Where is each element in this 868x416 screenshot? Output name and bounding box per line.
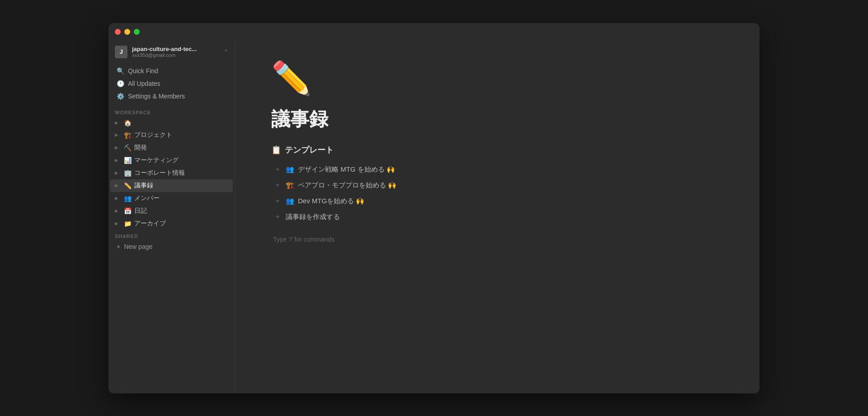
chevron-right-icon: ▶ — [115, 132, 121, 137]
workspace-label: WORKSPACE — [108, 104, 235, 117]
shared-label: SHARED — [108, 230, 235, 240]
chevron-right-icon: ▶ — [115, 208, 121, 213]
gear-icon: ⚙️ — [117, 93, 124, 100]
template-item-3[interactable]: + 👥 Dev MTGを始める 🙌 — [271, 193, 723, 209]
template-section: 📋 テンプレート + 👥 デザイン戦略 MTG を始める 🙌 + 🏗️ ペアプロ… — [271, 145, 723, 225]
sidebar-item-label: メンバー — [134, 194, 160, 202]
plus-icon: + — [273, 165, 282, 173]
sidebar-item-label: プロジェクト — [134, 131, 172, 139]
account-switcher[interactable]: J japan-culture-and-tec... xxx35d@gmail.… — [108, 41, 235, 63]
sidebar-nav: 🔍 Quick Find 🕐 All Updates ⚙️ Settings &… — [108, 63, 235, 104]
project-icon: 🏗️ — [124, 131, 132, 139]
app-window: J japan-culture-and-tec... xxx35d@gmail.… — [108, 23, 760, 393]
sidebar-item-label: 日記 — [134, 207, 147, 215]
sidebar-item-label: アーカイブ — [134, 220, 166, 228]
account-name: japan-culture-and-tec... — [132, 46, 219, 52]
sidebar-item-all-updates[interactable]: 🕐 All Updates — [110, 77, 233, 90]
template-item-4[interactable]: + 議事録を作成する — [271, 209, 723, 225]
chevron-right-icon: ▶ — [115, 158, 121, 163]
sidebar: J japan-culture-and-tec... xxx35d@gmail.… — [108, 41, 235, 393]
sidebar-item-diary[interactable]: ▶ 📅 日記 — [110, 205, 233, 217]
chevron-right-icon: ▶ — [115, 170, 121, 175]
page-title: 議事録 — [271, 107, 723, 132]
plus-icon: + — [117, 243, 120, 250]
sidebar-item-members[interactable]: ▶ 👥 メンバー — [110, 192, 233, 205]
sidebar-item-label: All Updates — [128, 80, 160, 87]
sidebar-item-label: マーケティング — [134, 156, 179, 164]
main-content: ✏️ 議事録 📋 テンプレート + 👥 デザイン戦略 MTG を始める 🙌 + … — [235, 41, 760, 393]
minutes-icon: ✏️ — [124, 182, 132, 189]
sidebar-item-label: コーポレート情報 — [134, 169, 185, 177]
new-page-button[interactable]: + New page — [110, 240, 233, 253]
sidebar-item-dev[interactable]: ▶ ⛏️ 開発 — [110, 141, 233, 154]
chevron-right-icon: ▶ — [115, 196, 121, 201]
chevron-right-icon: ▶ — [115, 145, 121, 150]
template-item-label: Dev MTGを始める 🙌 — [298, 197, 364, 206]
template-item-1[interactable]: + 👥 デザイン戦略 MTG を始める 🙌 — [271, 162, 723, 178]
search-icon: 🔍 — [117, 67, 124, 75]
template-item-label: ペアプロ・モブプロを始める 🙌 — [298, 181, 396, 190]
clock-icon: 🕐 — [117, 80, 124, 87]
sidebar-item-project[interactable]: ▶ 🏗️ プロジェクト — [110, 129, 233, 141]
archive-icon: 📁 — [124, 220, 132, 227]
members-icon: 👥 — [124, 195, 132, 202]
template-item-label: デザイン戦略 MTG を始める 🙌 — [298, 165, 395, 174]
new-page-label: New page — [124, 243, 152, 250]
hint-text: Type '/' for commands — [271, 234, 723, 245]
app-body: J japan-culture-and-tec... xxx35d@gmail.… — [108, 41, 760, 393]
sidebar-item-home[interactable]: ▶ 🏠 — [110, 117, 233, 129]
traffic-lights — [115, 29, 140, 35]
sidebar-item-label: Settings & Members — [128, 93, 185, 100]
sidebar-item-minutes[interactable]: ▶ ✏️ 議事録 — [110, 179, 233, 192]
plus-icon: + — [273, 213, 282, 221]
sidebar-item-label: Quick Find — [128, 67, 158, 75]
marketing-icon: 📊 — [124, 157, 132, 164]
diary-icon: 📅 — [124, 207, 132, 215]
home-icon: 🏠 — [124, 119, 132, 126]
sidebar-tree: ▶ 🏠 ▶ 🏗️ プロジェクト ▶ ⛏️ 開発 ▶ 📊 マーケティング — [108, 117, 235, 230]
plus-icon: + — [273, 197, 282, 205]
sidebar-item-marketing[interactable]: ▶ 📊 マーケティング — [110, 154, 233, 167]
template-item-icon: 🏗️ — [286, 181, 294, 189]
template-header: 📋 テンプレート — [271, 145, 723, 155]
sidebar-item-settings[interactable]: ⚙️ Settings & Members — [110, 90, 233, 103]
close-button[interactable] — [115, 29, 121, 35]
maximize-button[interactable] — [134, 29, 140, 35]
template-item-2[interactable]: + 🏗️ ペアプロ・モブプロを始める 🙌 — [271, 178, 723, 193]
sidebar-item-archive[interactable]: ▶ 📁 アーカイブ — [110, 217, 233, 230]
page-emoji: ✏️ — [271, 59, 723, 98]
chevron-icon: ⌃ — [224, 49, 228, 55]
minimize-button[interactable] — [124, 29, 130, 35]
chevron-right-icon: ▶ — [115, 183, 121, 188]
dev-icon: ⛏️ — [124, 144, 132, 151]
template-item-label: 議事録を作成する — [286, 213, 340, 221]
template-icon: 📋 — [271, 145, 281, 155]
sidebar-item-corporate[interactable]: ▶ 🏢 コーポレート情報 — [110, 167, 233, 179]
titlebar — [108, 23, 760, 41]
plus-icon: + — [273, 181, 282, 189]
account-email: xxx35d@gmail.com — [132, 52, 219, 58]
chevron-right-icon: ▶ — [115, 120, 121, 125]
sidebar-item-label: 開発 — [134, 144, 147, 152]
avatar: J — [115, 46, 127, 58]
sidebar-item-label: 議事録 — [134, 182, 153, 190]
account-info: japan-culture-and-tec... xxx35d@gmail.co… — [132, 46, 219, 58]
template-header-label: テンプレート — [285, 145, 334, 155]
template-item-icon: 👥 — [286, 165, 294, 173]
sidebar-item-quick-find[interactable]: 🔍 Quick Find — [110, 65, 233, 77]
chevron-right-icon: ▶ — [115, 221, 121, 226]
corporate-icon: 🏢 — [124, 169, 132, 177]
template-item-icon: 👥 — [286, 197, 294, 205]
